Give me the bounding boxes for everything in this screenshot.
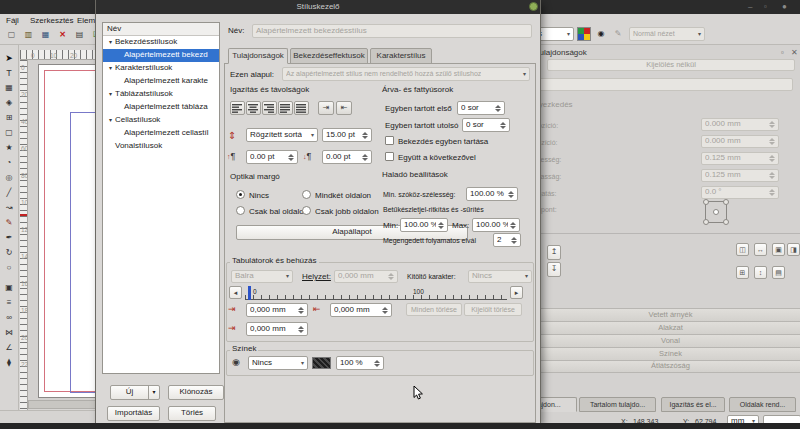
tool-select[interactable]: ➤ — [1, 52, 17, 65]
tab-character-style[interactable]: Karakterstílus — [370, 48, 432, 64]
color-swatch[interactable] — [312, 357, 331, 369]
spin-buttons[interactable] — [769, 172, 775, 179]
line-spacing-value-field[interactable]: 15.00 pt — [322, 128, 372, 142]
spin-buttons[interactable] — [500, 122, 506, 129]
dialog-titlebar[interactable]: Stíluskezelő — [96, 0, 540, 14]
keep-together-label[interactable]: Bekezdés egyben tartása — [398, 137, 488, 147]
optical-both-radio[interactable] — [302, 190, 311, 199]
keep-with-next-checkbox[interactable] — [385, 152, 394, 161]
basepoint-selector[interactable] — [705, 201, 727, 223]
tool-bezier[interactable]: ↝ — [1, 202, 17, 215]
menu-item[interactable]: Elem — [77, 16, 95, 26]
tool-unlink-frames[interactable]: ⋈ — [1, 327, 17, 340]
clone-style-button[interactable]: Klónozás — [168, 385, 224, 400]
spin-buttons[interactable] — [769, 138, 775, 145]
align-left-button[interactable] — [230, 101, 245, 115]
direction-rtl-button[interactable]: ⇤ — [336, 101, 352, 115]
menu-edit[interactable]: Szerkesztés — [30, 16, 74, 26]
align-right-button[interactable] — [262, 101, 277, 115]
tool-polygon[interactable]: ★ — [1, 142, 17, 155]
dock-close-button[interactable]: ✕ — [791, 48, 798, 58]
window-minimize-button[interactable]: – — [748, 2, 752, 12]
tool-arc[interactable]: ◔ — [1, 157, 17, 170]
align-force-justify-button[interactable] — [294, 101, 309, 115]
keep-first-field[interactable]: 0 sor — [457, 101, 505, 115]
open-document-button[interactable]: ▥ — [21, 28, 36, 43]
tree-item-default-paragraph-style[interactable]: Alapértelmezett bekezd — [103, 49, 219, 62]
indent-marker[interactable] — [248, 286, 251, 300]
ungroup-button[interactable]: ⊞ — [736, 266, 749, 279]
glyph-min-field[interactable]: 100.00 % — [400, 218, 448, 232]
print-button[interactable]: ▤ — [72, 28, 87, 43]
optical-none-radio[interactable] — [236, 190, 245, 199]
direction-ltr-button[interactable]: ⇥ — [318, 101, 334, 115]
left-indent-field[interactable]: 0,000 mm — [246, 322, 308, 336]
tool-rotate[interactable]: ↻ — [1, 247, 17, 260]
spin-buttons[interactable] — [374, 360, 380, 367]
spin-buttons[interactable] — [769, 155, 775, 162]
align-justify-button[interactable] — [278, 101, 293, 115]
spin-buttons[interactable] — [769, 189, 775, 196]
tool-story-editor[interactable]: ≡ — [1, 297, 17, 310]
tool-edit-contents[interactable]: ▣ — [1, 282, 17, 295]
manage-colors-button[interactable] — [577, 27, 591, 41]
first-line-indent-field[interactable]: 0,000 mm — [246, 303, 308, 317]
tool-text-frame[interactable]: T — [1, 67, 17, 80]
dock-tab-content-properties[interactable]: Tartalom tulajdo... — [579, 397, 656, 412]
canvas-h-scrollbar[interactable] — [28, 400, 96, 409]
tree-group-cell-styles[interactable]: ▾ Cellastílusok — [103, 114, 219, 127]
dialog-close-icon[interactable] — [529, 2, 538, 11]
spin-buttons[interactable] — [288, 154, 294, 161]
ruler-scroll-left-button[interactable]: ◂ — [229, 286, 242, 299]
shade-field[interactable]: 100 % — [336, 356, 384, 370]
tab-properties[interactable]: Tulajdonságok — [228, 48, 288, 64]
window-maximize-button[interactable]: ▫ — [764, 2, 767, 12]
section-line[interactable]: Vonal — [541, 334, 800, 347]
close-document-button[interactable]: ✕ — [55, 28, 70, 43]
tool-measure[interactable]: ∠ — [1, 342, 17, 355]
section-transparency[interactable]: Átlátszóság — [541, 360, 800, 373]
spin-buttons[interactable] — [508, 191, 514, 198]
preview-mode-button[interactable]: ◉ — [594, 27, 608, 41]
menu-file[interactable]: Fájl — [6, 16, 19, 26]
tool-zoom[interactable]: ○ — [1, 262, 17, 275]
spin-buttons[interactable] — [298, 307, 304, 314]
optical-left-label[interactable]: Csak bal oldalon — [249, 207, 308, 217]
spin-buttons[interactable] — [362, 154, 368, 161]
taskbar[interactable] — [0, 423, 800, 429]
tree-group-line-styles[interactable]: Vonalstílusok — [103, 140, 219, 153]
expander-icon[interactable]: ▾ — [106, 65, 115, 72]
tree-group-character-styles[interactable]: ▾ Karakterstílusok — [103, 62, 219, 75]
edit-mode-button[interactable]: ✎ — [611, 27, 625, 41]
optical-right-label[interactable]: Csak jobb oldalon — [315, 207, 379, 217]
spin-buttons[interactable] — [298, 326, 304, 333]
hyphen-field[interactable]: 2 — [493, 233, 521, 247]
lock-size-button[interactable]: ◨ — [787, 243, 800, 256]
right-indent-field[interactable]: 0,000 mm — [330, 303, 392, 317]
tool-freehand[interactable]: ✎ — [1, 217, 17, 230]
vision-defect-combo[interactable]: Normál nézet ▾ — [629, 27, 705, 41]
tool-calligraphy[interactable]: ✒ — [1, 232, 17, 245]
tab-paragraph-effects[interactable]: Bekezdéseffektusok — [290, 48, 368, 64]
print-item-button[interactable]: ▤ — [772, 266, 785, 279]
tree-item-default-character-style[interactable]: Alapértelmezett karakte — [103, 75, 219, 88]
min-space-field[interactable]: 100.00 % — [466, 187, 518, 201]
spin-buttons[interactable] — [362, 132, 368, 139]
tool-spiral[interactable]: ◎ — [1, 172, 17, 185]
space-above-field[interactable]: 0.00 pt — [246, 150, 298, 164]
tree-item-default-cell-style[interactable]: Alapértelmezett cellastíl — [103, 127, 219, 140]
optical-both-label[interactable]: Mindkét oldalon — [315, 191, 371, 201]
spin-buttons[interactable] — [438, 222, 444, 229]
expander-icon[interactable]: ▾ — [106, 91, 115, 98]
background-color-combo[interactable]: Nincs ▾ — [248, 356, 308, 370]
keep-last-field[interactable]: 0 sor — [462, 118, 510, 132]
new-style-button[interactable]: Új ▾ — [110, 385, 160, 400]
spin-buttons[interactable] — [495, 105, 501, 112]
tree-group-table-styles[interactable]: ▾ Táblázatstílusok — [103, 88, 219, 101]
style-list-header[interactable]: Név — [103, 23, 219, 36]
save-button[interactable]: ▦ — [38, 28, 53, 43]
optical-right-radio[interactable] — [302, 206, 311, 215]
spin-buttons[interactable] — [382, 307, 388, 314]
keep-together-checkbox[interactable] — [385, 136, 394, 145]
spin-buttons[interactable] — [769, 121, 775, 128]
